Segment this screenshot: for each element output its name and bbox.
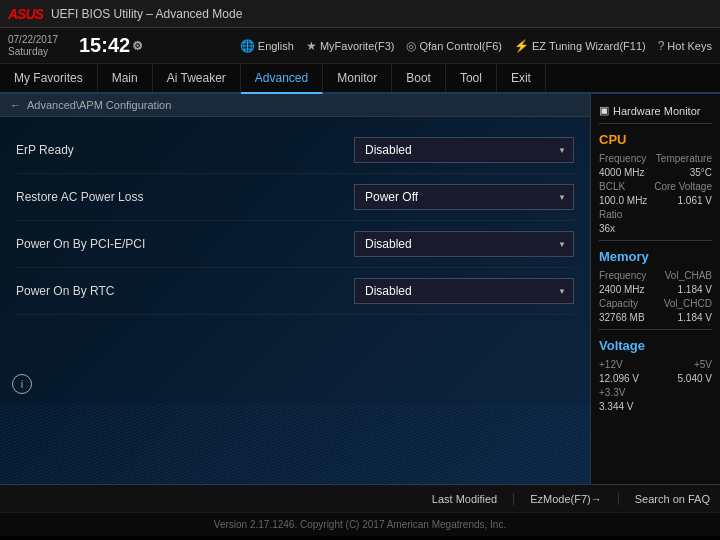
erp-ready-dropdown[interactable]: Disabled [354,137,574,163]
setting-power-rtc: Power On By RTC Disabled [16,268,574,315]
cpu-section-title: CPU [599,132,712,147]
ez-icon: ⚡ [514,39,529,53]
volt-33-row: +3.3V [599,387,712,398]
nav-myfavorites[interactable]: My Favorites [0,64,98,92]
memory-section-title: Memory [599,249,712,264]
volt-5-label: +5V [694,359,712,370]
nav-monitor[interactable]: Monitor [323,64,392,92]
volt-12-value: 12.096 V [599,373,639,384]
nav-advanced[interactable]: Advanced [241,64,323,94]
hw-monitor-label: Hardware Monitor [613,105,700,117]
hotkeys-label: Hot Keys [667,40,712,52]
cpu-bclk-val-row: 100.0 MHz 1.061 V [599,195,712,206]
restore-ac-value: Power Off [365,190,418,204]
mem-cap-value: 32768 MB [599,312,645,323]
qfan-btn[interactable]: ◎ Qfan Control(F6) [406,39,502,53]
ez-mode-btn[interactable]: EzMode(F7)→ [530,493,619,505]
search-faq-btn[interactable]: Search on FAQ [635,493,710,505]
hotkeys-btn[interactable]: ? Hot Keys [658,39,712,53]
monitor-icon: ▣ [599,104,609,117]
language-label: English [258,40,294,52]
power-rtc-dropdown[interactable]: Disabled [354,278,574,304]
nav-exit[interactable]: Exit [497,64,546,92]
voltage-section-title: Voltage [599,338,712,353]
cpu-freq-label: Frequency [599,153,646,164]
mem-freq-row: Frequency Vol_CHAB [599,270,712,281]
cpu-ratio-label-row: Ratio [599,209,712,220]
mem-volchab-value: 1.184 V [678,284,712,295]
asus-logo: ASUS [8,6,43,22]
gear-icon[interactable]: ⚙ [132,39,143,53]
date: 07/22/2017 [8,34,63,46]
ez-tuning-btn[interactable]: ⚡ EZ Tuning Wizard(F11) [514,39,646,53]
cpu-temp-value: 35°C [690,167,712,178]
last-modified-btn[interactable]: Last Modified [432,493,514,505]
footer-text: Version 2.17.1246. Copyright (C) 2017 Am… [214,519,506,530]
power-rtc-control[interactable]: Disabled [354,278,574,304]
nav-boot[interactable]: Boot [392,64,446,92]
cpu-ratio-label: Ratio [599,209,622,220]
erp-ready-value: Disabled [365,143,412,157]
power-pcie-dropdown[interactable]: Disabled [354,231,574,257]
cpu-corevolt-value: 1.061 V [678,195,712,206]
myfavorites-btn[interactable]: ★ MyFavorite(F3) [306,39,395,53]
nav-aitweaker[interactable]: Ai Tweaker [153,64,241,92]
volt-12-val-row: 12.096 V 5.040 V [599,373,712,384]
info-icons: 🌐 English ★ MyFavorite(F3) ◎ Qfan Contro… [159,39,712,53]
power-pcie-label: Power On By PCI-E/PCI [16,237,354,251]
volt-33-label: +3.3V [599,387,625,398]
memory-divider [599,329,712,330]
breadcrumb-path: Advanced\APM Configuration [27,99,171,111]
restore-ac-dropdown[interactable]: Power Off [354,184,574,210]
hw-monitor-title: ▣ Hardware Monitor [599,100,712,124]
bottom-bar: Last Modified EzMode(F7)→ Search on FAQ [0,484,720,512]
restore-ac-label: Restore AC Power Loss [16,190,354,204]
cpu-temp-label: Temperature [656,153,712,164]
cpu-divider [599,240,712,241]
info-icon[interactable]: i [12,374,32,394]
cpu-corevolt-label: Core Voltage [654,181,712,192]
mem-volchcd-label: Vol_CHCD [664,298,712,309]
cpu-ratio-value: 36x [599,223,615,234]
top-bar: ASUS UEFI BIOS Utility – Advanced Mode [0,0,720,28]
cpu-bclk-label: BCLK [599,181,625,192]
cpu-freq-val-row: 4000 MHz 35°C [599,167,712,178]
erp-ready-control[interactable]: Disabled [354,137,574,163]
volt-12-label: +12V [599,359,623,370]
volt-12-row: +12V +5V [599,359,712,370]
breadcrumb: ← Advanced\APM Configuration [0,94,590,117]
setting-power-pcie: Power On By PCI-E/PCI Disabled [16,221,574,268]
main-layout: ← Advanced\APM Configuration ErP Ready D… [0,94,720,484]
nav-main[interactable]: Main [98,64,153,92]
cpu-bclk-row: BCLK Core Voltage [599,181,712,192]
language-selector[interactable]: 🌐 English [240,39,294,53]
cpu-freq-value: 4000 MHz [599,167,645,178]
power-rtc-label: Power On By RTC [16,284,354,298]
restore-ac-control[interactable]: Power Off [354,184,574,210]
mem-cap-val-row: 32768 MB 1.184 V [599,312,712,323]
erp-ready-label: ErP Ready [16,143,354,157]
mem-cap-label: Capacity [599,298,638,309]
power-pcie-control[interactable]: Disabled [354,231,574,257]
volt-5-value: 5.040 V [678,373,712,384]
mem-volchcd-value: 1.184 V [678,312,712,323]
day: Saturday [8,46,63,58]
nav-bar: My Favorites Main Ai Tweaker Advanced Mo… [0,64,720,94]
cpu-bclk-value: 100.0 MHz [599,195,647,206]
footer: Version 2.17.1246. Copyright (C) 2017 Am… [0,512,720,536]
bios-title: UEFI BIOS Utility – Advanced Mode [51,7,242,21]
nav-tool[interactable]: Tool [446,64,497,92]
mem-volchab-label: Vol_CHAB [665,270,712,281]
cpu-ratio-val-row: 36x [599,223,712,234]
info-bar: 07/22/2017 Saturday 15:42 ⚙ 🌐 English ★ … [0,28,720,64]
mem-freq-val-row: 2400 MHz 1.184 V [599,284,712,295]
power-pcie-value: Disabled [365,237,412,251]
cpu-freq-row: Frequency Temperature [599,153,712,164]
mem-cap-row: Capacity Vol_CHCD [599,298,712,309]
back-arrow[interactable]: ← [10,99,21,111]
power-rtc-value: Disabled [365,284,412,298]
myfavorites-label: MyFavorite(F3) [320,40,395,52]
ez-label: EZ Tuning Wizard(F11) [532,40,646,52]
setting-erp-ready: ErP Ready Disabled [16,127,574,174]
mem-freq-value: 2400 MHz [599,284,645,295]
